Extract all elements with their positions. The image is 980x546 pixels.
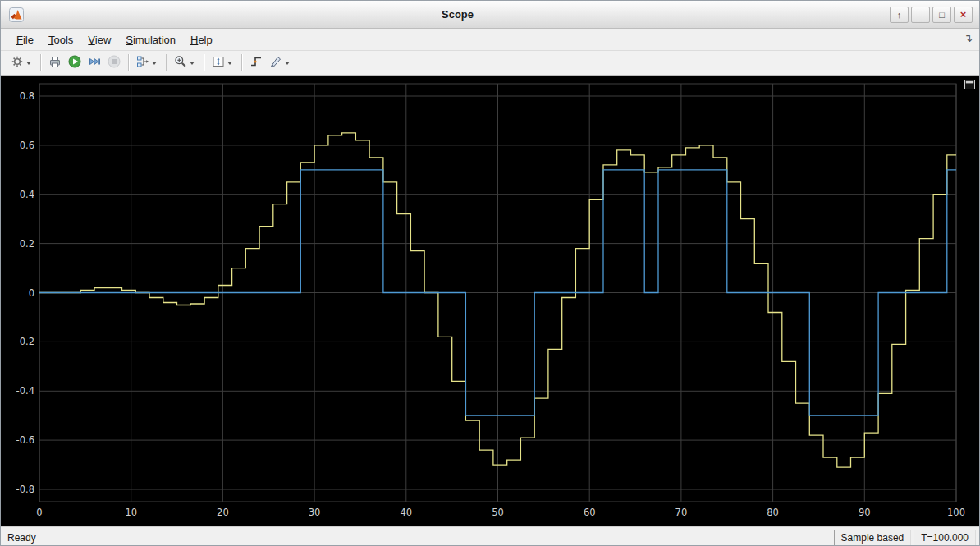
statusbar: Ready Sample based T=100.000 — [1, 526, 979, 546]
menubar: FileToolsViewSimulationHelp ↴ — [1, 29, 979, 51]
svg-text:10: 10 — [125, 507, 137, 518]
menu-tools[interactable]: Tools — [41, 30, 80, 49]
zoom-button[interactable] — [171, 53, 199, 74]
minimize-button[interactable]: – — [911, 7, 930, 23]
print-button[interactable] — [45, 53, 65, 74]
svg-text:40: 40 — [400, 507, 412, 518]
svg-text:0: 0 — [36, 507, 42, 518]
svg-text:-0.4: -0.4 — [16, 385, 34, 397]
signal-routing-icon — [135, 54, 150, 72]
span-button[interactable] — [208, 53, 237, 74]
chevron-down-icon — [152, 62, 157, 65]
step-forward-button[interactable] — [85, 53, 104, 74]
titlebar[interactable]: Scope ↑ – □ × — [1, 1, 979, 29]
toolbar-separator — [204, 54, 204, 71]
stop-button[interactable] — [104, 53, 124, 74]
status-text: Ready — [7, 532, 36, 544]
svg-text:20: 20 — [217, 507, 229, 518]
measurements-icon — [268, 54, 283, 72]
float-button[interactable]: ↑ — [890, 7, 909, 23]
dock-arrow-icon[interactable]: ↴ — [964, 32, 973, 44]
menu-simulation[interactable]: Simulation — [118, 30, 183, 49]
menu-file[interactable]: File — [9, 30, 41, 49]
run-icon — [67, 54, 82, 72]
signal-routing-button[interactable] — [133, 53, 162, 74]
svg-text:0.2: 0.2 — [20, 238, 34, 250]
svg-text:50: 50 — [492, 507, 504, 518]
window-controls: ↑ – □ × — [890, 7, 973, 23]
print-icon — [48, 54, 62, 72]
chevron-down-icon — [227, 62, 232, 65]
chevron-down-icon — [26, 62, 31, 65]
sim-time-indicator: T=100.000 — [914, 530, 976, 546]
close-button[interactable]: × — [954, 7, 973, 23]
svg-text:0.8: 0.8 — [20, 90, 34, 102]
stop-icon — [107, 54, 121, 72]
svg-text:70: 70 — [675, 507, 688, 518]
scope-canvas[interactable]: 0.80.60.40.20-0.2-0.4-0.6-0.801020304050… — [1, 76, 979, 526]
trigger-icon — [249, 54, 263, 72]
menubar-items: FileToolsViewSimulationHelp — [9, 30, 220, 49]
gear-icon — [10, 54, 25, 72]
toolbar-separator — [128, 54, 129, 71]
menu-view[interactable]: View — [80, 30, 118, 49]
sample-mode-indicator: Sample based — [834, 530, 912, 546]
scope-plot-area[interactable]: 0.80.60.40.20-0.2-0.4-0.6-0.801020304050… — [1, 76, 979, 526]
svg-text:0.4: 0.4 — [20, 189, 34, 200]
svg-text:100: 100 — [947, 507, 965, 518]
menu-help[interactable]: Help — [183, 30, 220, 49]
toolbar-separator — [40, 54, 41, 71]
toolbar — [1, 51, 979, 76]
step-forward-icon — [87, 54, 102, 72]
svg-text:-0.8: -0.8 — [16, 484, 34, 495]
svg-text:90: 90 — [859, 507, 871, 518]
zoom-icon — [173, 54, 188, 72]
svg-text:60: 60 — [584, 507, 596, 518]
trigger-button[interactable] — [246, 53, 266, 74]
svg-text:0: 0 — [29, 287, 34, 299]
svg-text:-0.2: -0.2 — [16, 336, 34, 347]
maximize-axes-button[interactable] — [964, 79, 975, 89]
matlab-logo-icon — [9, 7, 25, 23]
measurements-button[interactable] — [266, 53, 295, 74]
svg-text:80: 80 — [767, 507, 779, 518]
svg-text:-0.6: -0.6 — [16, 434, 34, 446]
configuration-properties-button[interactable] — [7, 53, 36, 74]
chevron-down-icon — [285, 62, 290, 65]
run-button[interactable] — [65, 53, 85, 74]
toolbar-separator — [241, 54, 242, 71]
span-icon — [211, 54, 226, 72]
svg-text:30: 30 — [309, 507, 321, 518]
window-title: Scope — [25, 8, 890, 21]
status-indicators: Sample based T=100.000 — [834, 530, 976, 546]
chevron-down-icon — [190, 62, 195, 65]
scope-window: Scope ↑ – □ × FileToolsViewSimulationHel… — [0, 0, 980, 546]
svg-text:0.6: 0.6 — [20, 140, 34, 151]
maximize-button[interactable]: □ — [932, 7, 951, 23]
toolbar-separator — [166, 54, 167, 71]
